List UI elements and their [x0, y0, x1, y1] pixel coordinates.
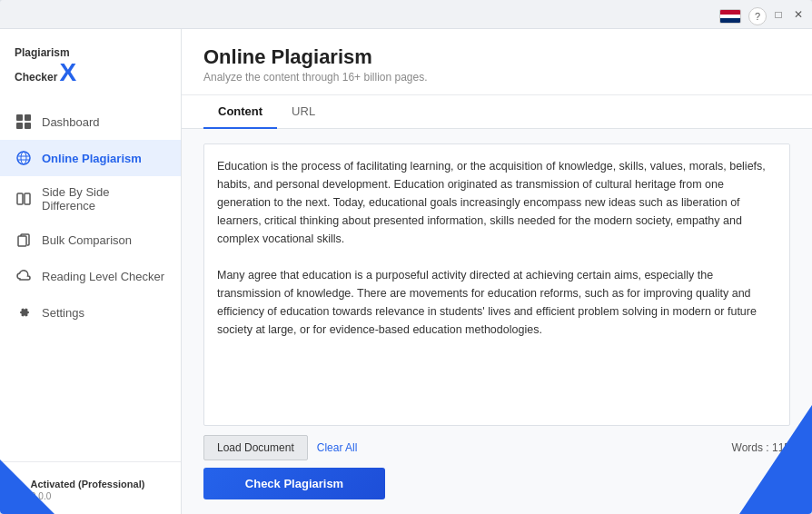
editor-paragraph-2: Many agree that education is a purposefu… [217, 266, 777, 339]
tab-url[interactable]: URL [277, 95, 330, 129]
clear-all-button[interactable]: Clear All [317, 441, 358, 454]
logo-text-line2: Checker [15, 71, 57, 84]
load-document-button[interactable]: Load Document [203, 435, 308, 460]
check-plagiarism-wrapper: Check Plagiarism [203, 468, 790, 499]
sidebar-item-reading-level[interactable]: Reading Level Checker [0, 258, 181, 294]
tabs-bar: Content URL [182, 95, 812, 129]
actions-left: Load Document Clear All [203, 435, 357, 460]
svg-rect-1 [25, 114, 31, 121]
copy-icon [15, 231, 33, 249]
sidebar-nav: Dashboard Online Plagiarism [0, 104, 181, 461]
svg-point-5 [21, 152, 26, 164]
sidebar-item-online-plagiarism[interactable]: Online Plagiarism [0, 140, 181, 176]
maximize-button[interactable]: □ [772, 8, 785, 21]
sidebar-label-online-plagiarism: Online Plagiarism [42, 152, 142, 165]
header-right: ? [719, 7, 767, 25]
title-bar: ? — □ ✕ [0, 0, 812, 29]
cloud-icon [15, 267, 33, 285]
page-title: Online Plagiarism [203, 45, 790, 69]
close-button[interactable]: ✕ [792, 8, 805, 21]
logo-area: Plagiarism CheckerX [0, 29, 181, 104]
tab-content[interactable]: Content [203, 95, 277, 129]
sidebar-item-side-by-side[interactable]: Side By Side Difference [0, 176, 181, 222]
main-layout: Plagiarism CheckerX Dashboard [0, 29, 812, 514]
sidebar: Plagiarism CheckerX Dashboard [0, 29, 182, 514]
actions-bar: Load Document Clear All Words : 115 [203, 426, 790, 468]
sidebar-item-settings[interactable]: Settings [0, 294, 181, 331]
sidebar-label-bulk-comparison: Bulk Comparison [42, 233, 132, 247]
svg-rect-9 [25, 193, 30, 204]
sidebar-label-reading-level: Reading Level Checker [42, 270, 164, 283]
sidebar-label-side-by-side: Side By Side Difference [42, 185, 166, 213]
logo-x: X [59, 58, 76, 86]
globe-icon [15, 149, 33, 167]
help-button[interactable]: ? [748, 7, 767, 25]
check-plagiarism-button[interactable]: Check Plagiarism [203, 468, 385, 499]
svg-rect-2 [16, 123, 23, 129]
settings-icon [15, 303, 33, 321]
sidebar-label-dashboard: Dashboard [42, 115, 100, 129]
logo-text-line1: Plagiarism [15, 46, 70, 59]
content-area: Online Plagiarism Analyze the content th… [182, 29, 812, 514]
language-flag-icon[interactable] [719, 9, 741, 24]
content-header: Online Plagiarism Analyze the content th… [182, 29, 812, 95]
logo: Plagiarism CheckerX [15, 44, 76, 85]
svg-rect-3 [25, 123, 31, 129]
page-subtitle: Analyze the content through 16+ billion … [203, 71, 790, 84]
activated-label: Activated (Professional) [30, 479, 144, 489]
columns-icon [15, 190, 33, 208]
text-editor[interactable]: Education is the process of facilitating… [203, 143, 790, 426]
dashboard-icon [15, 113, 33, 131]
svg-point-4 [17, 152, 30, 164]
svg-rect-8 [17, 193, 23, 204]
sidebar-label-settings: Settings [42, 306, 84, 320]
sidebar-item-bulk-comparison[interactable]: Bulk Comparison [0, 222, 181, 258]
content-body: Education is the process of facilitating… [182, 129, 812, 514]
sidebar-item-dashboard[interactable]: Dashboard [0, 104, 181, 140]
version-label: v9.0.0 [26, 491, 166, 501]
svg-rect-0 [16, 114, 23, 121]
svg-rect-10 [18, 236, 26, 246]
app-window: ? — □ ✕ Plagiarism CheckerX [0, 0, 812, 514]
editor-paragraph-1: Education is the process of facilitating… [217, 157, 777, 248]
activation-status: Activated (Professional) [15, 475, 166, 491]
